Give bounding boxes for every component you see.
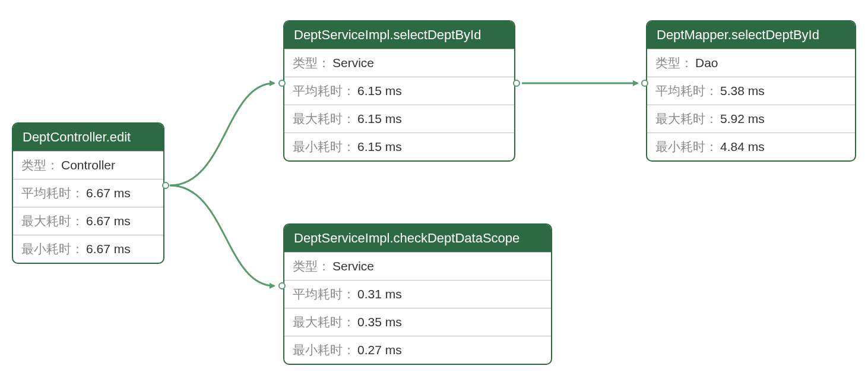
node-row-min: 最小耗时： 6.15 ms [284, 133, 514, 160]
node-port-in[interactable] [278, 282, 286, 289]
edge-n0-n1 [170, 83, 274, 185]
row-value: 6.15 ms [357, 112, 402, 126]
node-title: DeptController.edit [13, 124, 163, 151]
row-value: 5.92 ms [720, 112, 765, 126]
diagram-canvas: DeptController.edit 类型： Controller 平均耗时：… [0, 0, 868, 375]
row-value: 0.27 ms [357, 343, 402, 357]
node-port-out[interactable] [162, 182, 169, 189]
node-row-avg: 平均耗时： 5.38 ms [647, 77, 855, 105]
node-row-max: 最大耗时： 6.67 ms [13, 207, 163, 235]
node-row-avg: 平均耗时： 6.67 ms [13, 179, 163, 207]
row-label: 最大耗时： [655, 111, 718, 127]
node-title: DeptMapper.selectDeptById [647, 21, 855, 49]
row-label: 最小耗时： [293, 138, 355, 155]
row-label: 平均耗时： [293, 83, 355, 99]
row-value: 4.84 ms [720, 140, 765, 154]
row-label: 类型： [21, 157, 59, 174]
node-row-max: 最大耗时： 0.35 ms [284, 308, 551, 336]
row-value: 6.15 ms [357, 84, 402, 98]
row-label: 最小耗时： [293, 342, 355, 358]
node-row-type: 类型： Service [284, 252, 551, 280]
row-label: 最小耗时： [655, 138, 718, 155]
node-row-max: 最大耗时： 5.92 ms [647, 105, 855, 133]
node-deptserviceimpl-checkdeptdatascope[interactable]: DeptServiceImpl.checkDeptDataScope 类型： S… [283, 223, 552, 365]
node-row-avg: 平均耗时： 0.31 ms [284, 280, 551, 308]
row-label: 最大耗时： [293, 314, 355, 330]
row-label: 最大耗时： [293, 111, 355, 127]
row-value: 6.67 ms [86, 242, 131, 256]
node-port-in[interactable] [278, 80, 286, 87]
node-row-avg: 平均耗时： 6.15 ms [284, 77, 514, 105]
node-row-min: 最小耗时： 0.27 ms [284, 336, 551, 364]
node-row-max: 最大耗时： 6.15 ms [284, 105, 514, 133]
row-label: 平均耗时： [655, 83, 718, 99]
node-title: DeptServiceImpl.checkDeptDataScope [284, 225, 551, 252]
row-value: 0.35 ms [357, 315, 402, 329]
row-value: Controller [61, 158, 115, 172]
node-deptcontroller-edit[interactable]: DeptController.edit 类型： Controller 平均耗时：… [12, 122, 164, 264]
node-row-type: 类型： Service [284, 49, 514, 77]
row-label: 平均耗时： [21, 185, 84, 201]
row-value: 6.15 ms [357, 140, 402, 154]
row-label: 最大耗时： [21, 213, 84, 229]
node-row-min: 最小耗时： 4.84 ms [647, 133, 855, 160]
node-row-min: 最小耗时： 6.67 ms [13, 235, 163, 263]
row-value: Service [332, 56, 374, 70]
edge-n0-n3 [170, 185, 274, 286]
node-deptmapper-selectdeptbyid[interactable]: DeptMapper.selectDeptById 类型： Dao 平均耗时： … [646, 20, 856, 162]
row-value: 5.38 ms [720, 84, 765, 98]
row-value: Dao [695, 56, 718, 70]
node-row-type: 类型： Dao [647, 49, 855, 77]
node-port-in[interactable] [641, 80, 648, 87]
row-value: 6.67 ms [86, 214, 131, 228]
row-value: 6.67 ms [86, 186, 131, 200]
row-label: 类型： [293, 55, 330, 71]
node-port-out[interactable] [513, 80, 520, 87]
node-row-type: 类型： Controller [13, 151, 163, 179]
row-label: 平均耗时： [293, 286, 355, 302]
row-label: 类型： [293, 258, 330, 275]
row-value: Service [332, 259, 374, 273]
row-label: 类型： [655, 55, 693, 71]
node-deptserviceimpl-selectdeptbyid[interactable]: DeptServiceImpl.selectDeptById 类型： Servi… [283, 20, 515, 162]
row-label: 最小耗时： [21, 241, 84, 257]
row-value: 0.31 ms [357, 287, 402, 301]
node-title: DeptServiceImpl.selectDeptById [284, 21, 514, 49]
